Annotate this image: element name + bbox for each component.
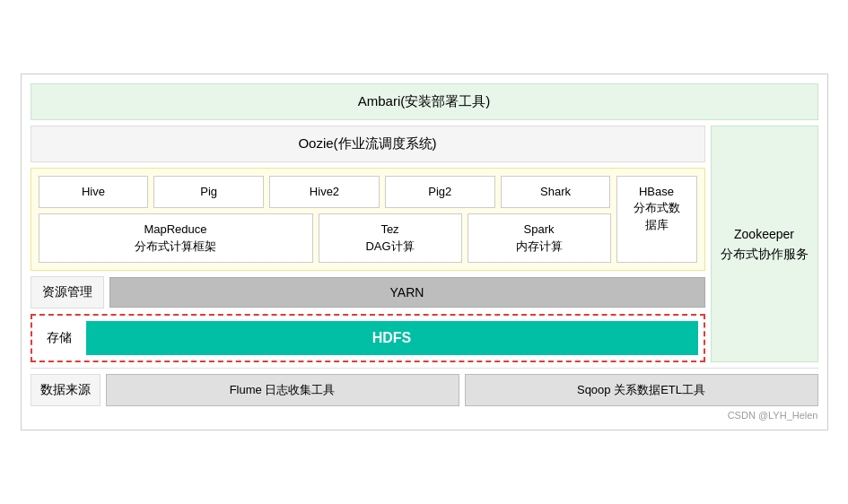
tool-shark: Shark — [501, 176, 611, 208]
tool-spark: Spark内存计算 — [468, 213, 611, 262]
tools-row1: Hive Pig Hive2 Pig2 Shark — [39, 176, 611, 208]
tool-pig: Pig — [153, 176, 264, 208]
main-left: Oozie(作业流调度系统) Hive Pig Hive2 Pig2 Shark… — [31, 126, 705, 362]
tool-hive2: Hive2 — [269, 176, 380, 208]
ambari-row: Ambari(安装部署工具) — [31, 83, 818, 120]
hdfs-bar: HDFS — [86, 321, 698, 355]
oozie-label: Oozie(作业流调度系统) — [298, 135, 436, 151]
diagram-wrapper: Ambari(安装部署工具) Oozie(作业流调度系统) Hive Pig H… — [21, 74, 828, 430]
main-area: Oozie(作业流调度系统) Hive Pig Hive2 Pig2 Shark… — [31, 126, 818, 362]
tool-hbase: HBase分布式数据库 — [616, 176, 697, 263]
ambari-label: Ambari(安装部署工具) — [358, 93, 491, 109]
datasource-section-label: 数据来源 — [31, 374, 101, 406]
yarn-row: 资源管理 YARN — [31, 276, 705, 308]
tools-main: Hive Pig Hive2 Pig2 Shark MapReduce分布式计算… — [39, 176, 611, 263]
tool-mapreduce: MapReduce分布式计算框架 — [39, 213, 313, 262]
hdfs-section-label: 存储 — [38, 325, 81, 352]
oozie-row: Oozie(作业流调度系统) — [31, 126, 705, 162]
tool-tez: TezDAG计算 — [319, 213, 462, 262]
zookeeper-label: Zookeeper分布式协作服务 — [721, 224, 809, 265]
tools-row2: MapReduce分布式计算框架 TezDAG计算 Spark内存计算 — [39, 213, 611, 262]
tool-hive: Hive — [39, 176, 149, 208]
datasource-flume: Flume 日志收集工具 — [106, 374, 459, 406]
tool-pig2: Pig2 — [385, 176, 495, 208]
yarn-bar: YARN — [109, 277, 705, 308]
datasource-sqoop: Sqoop 关系数据ETL工具 — [465, 374, 818, 406]
zookeeper-panel: Zookeeper分布式协作服务 — [711, 126, 818, 362]
datasource-row: 数据来源 Flume 日志收集工具 Sqoop 关系数据ETL工具 — [31, 368, 818, 406]
credit-text: CSDN @LYH_Helen — [31, 410, 818, 421]
hdfs-row: 存储 HDFS — [31, 314, 705, 362]
yarn-section-label: 资源管理 — [31, 276, 104, 308]
tools-area: Hive Pig Hive2 Pig2 Shark MapReduce分布式计算… — [31, 168, 705, 271]
